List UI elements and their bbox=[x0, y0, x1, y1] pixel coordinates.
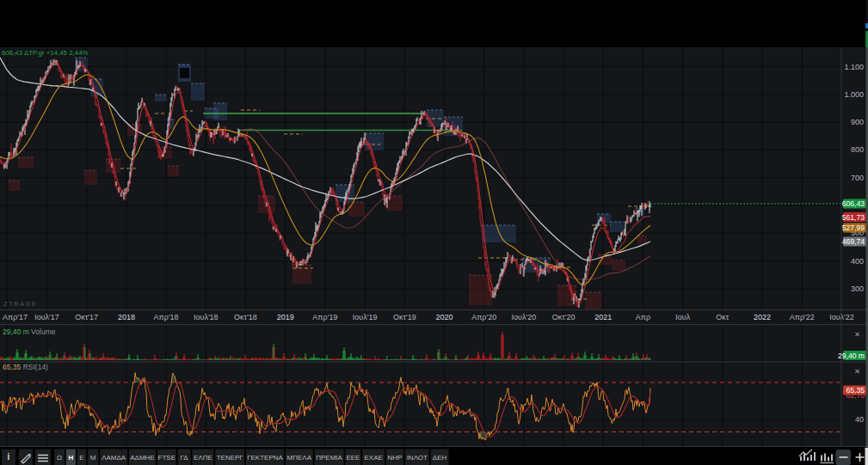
svg-text:65,35 RSI(14): 65,35 RSI(14) bbox=[3, 363, 48, 371]
svg-text:606,43 ΔTP.gr +14,45 2,44%: 606,43 ΔTP.gr +14,45 2,44% bbox=[2, 49, 89, 57]
svg-text:ΛΑΜΔΑ: ΛΑΜΔΑ bbox=[102, 454, 126, 462]
svg-text:2018: 2018 bbox=[118, 313, 135, 321]
svg-text:ΕΛΠΕ: ΕΛΠΕ bbox=[194, 454, 212, 462]
svg-text:400: 400 bbox=[851, 257, 864, 266]
svg-text:1.000: 1.000 bbox=[844, 90, 864, 99]
svg-text:ΑΔΜΗΕ: ΑΔΜΗΕ bbox=[130, 454, 154, 462]
svg-text:ΜΠΕΛΑ: ΜΠΕΛΑ bbox=[287, 454, 312, 462]
svg-text:✕: ✕ bbox=[854, 367, 860, 376]
svg-text:2022: 2022 bbox=[754, 313, 771, 321]
svg-text:ΠΡΕΜΙΑ: ΠΡΕΜΙΑ bbox=[316, 454, 342, 462]
svg-text:i: i bbox=[8, 452, 10, 462]
svg-text:900: 900 bbox=[851, 118, 864, 126]
svg-text:Οκτ'17: Οκτ'17 bbox=[75, 313, 98, 321]
svg-text:606,43: 606,43 bbox=[842, 199, 865, 208]
svg-text:40: 40 bbox=[855, 415, 864, 424]
svg-text:Ιουλ'18: Ιουλ'18 bbox=[194, 313, 219, 321]
svg-text:H: H bbox=[68, 454, 73, 462]
svg-text:Ω: Ω bbox=[57, 454, 62, 462]
svg-text:800: 800 bbox=[851, 145, 864, 154]
svg-text:2019: 2019 bbox=[277, 313, 294, 321]
svg-text:Απρ: Απρ bbox=[636, 313, 650, 321]
svg-text:2020: 2020 bbox=[435, 313, 452, 321]
svg-text:1.100: 1.100 bbox=[844, 63, 864, 71]
svg-text:Οκτ'19: Οκτ'19 bbox=[393, 313, 416, 321]
svg-text:E: E bbox=[79, 454, 83, 462]
svg-text:ΝΗΡ: ΝΗΡ bbox=[388, 454, 403, 462]
svg-text:700: 700 bbox=[851, 174, 864, 182]
svg-text:ΓΕΚΤΕΡΝΑ: ΓΕΚΤΕΡΝΑ bbox=[247, 454, 283, 462]
svg-text:Οκτ: Οκτ bbox=[716, 313, 729, 321]
svg-text:✕: ✕ bbox=[854, 330, 860, 339]
svg-text:ΓΔ: ΓΔ bbox=[181, 454, 189, 462]
svg-text:ΙΝΛΟΤ: ΙΝΛΟΤ bbox=[407, 454, 428, 462]
svg-text:Ιουλ'20: Ιουλ'20 bbox=[512, 313, 537, 321]
svg-text:Απρ'19: Απρ'19 bbox=[312, 313, 337, 321]
svg-text:Οκτ'18: Οκτ'18 bbox=[234, 313, 257, 321]
svg-text:300: 300 bbox=[851, 285, 864, 293]
svg-text:ΤΕΝΕΡΓ: ΤΕΝΕΡΓ bbox=[217, 454, 244, 462]
svg-text:29,40 m Volume: 29,40 m Volume bbox=[3, 327, 56, 336]
svg-text:2021: 2021 bbox=[594, 313, 612, 321]
svg-text:Ιουλ: Ιουλ bbox=[675, 313, 690, 321]
svg-text:469,74: 469,74 bbox=[842, 237, 865, 246]
svg-text:527,99: 527,99 bbox=[842, 223, 865, 232]
svg-text:62,70: 62,70 bbox=[846, 391, 865, 400]
svg-text:ZTRADE: ZTRADE bbox=[3, 300, 37, 308]
svg-text:FTSE: FTSE bbox=[158, 454, 175, 462]
svg-text:Οκτ'20: Οκτ'20 bbox=[552, 313, 576, 321]
svg-text:ΕΕΕ: ΕΕΕ bbox=[346, 454, 360, 462]
svg-text:Ιουλ'17: Ιουλ'17 bbox=[34, 313, 59, 321]
svg-text:ΕΧΑΕ: ΕΧΑΕ bbox=[365, 454, 383, 462]
svg-text:ΔΕΗ: ΔΕΗ bbox=[433, 454, 447, 462]
svg-text:Απρ'20: Απρ'20 bbox=[471, 313, 496, 321]
svg-text:Ιουλ'19: Ιουλ'19 bbox=[353, 313, 378, 321]
svg-text:M: M bbox=[90, 454, 96, 462]
svg-text:Απρ'18: Απρ'18 bbox=[154, 313, 179, 321]
svg-text:561,73: 561,73 bbox=[842, 213, 865, 222]
svg-text:Απρ'22: Απρ'22 bbox=[790, 313, 815, 321]
svg-text:Απρ'17: Απρ'17 bbox=[3, 313, 28, 321]
svg-text:29,40 m: 29,40 m bbox=[838, 352, 865, 360]
